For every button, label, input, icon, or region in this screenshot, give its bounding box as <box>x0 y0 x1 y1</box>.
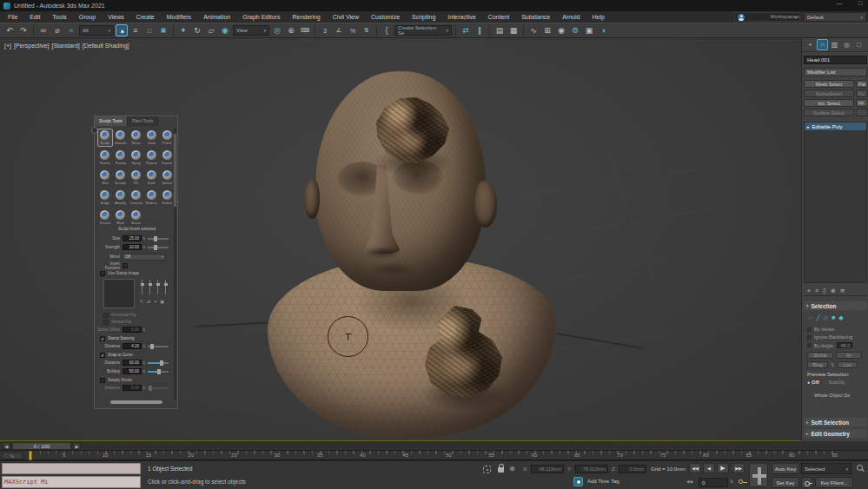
by-angle-checkbox[interactable] <box>807 343 812 347</box>
ring-button[interactable]: Ring <box>807 361 828 368</box>
angle-snap-icon[interactable]: ∠ <box>333 24 345 36</box>
vertical-flip-checkbox[interactable] <box>103 320 109 325</box>
reference-coordinate-dropdown[interactable]: View ▾ <box>233 25 269 36</box>
brush-button[interactable]: Amplify <box>113 188 129 207</box>
rectangular-selection-region-icon[interactable]: □ <box>143 24 156 36</box>
brush-button[interactable]: Soften <box>159 188 175 207</box>
brush-button[interactable]: Repeat <box>143 149 159 167</box>
time-slider-handle[interactable] <box>29 451 32 460</box>
menu-item[interactable]: File <box>2 11 23 23</box>
strength-spinner[interactable]: ⇅ <box>142 245 145 249</box>
modifier-set-button-clipped[interactable] <box>856 109 868 116</box>
go-to-end-button[interactable]: ▶▶ <box>732 463 745 473</box>
brush-button[interactable]: Smooth <box>113 129 129 147</box>
grow-button[interactable]: Gr <box>836 352 862 359</box>
previous-key-button[interactable]: ◀ <box>703 463 715 473</box>
selection-set-dropdown[interactable]: Selected ▾ <box>801 463 851 474</box>
remove-modifier-icon[interactable]: ⊗ <box>831 287 836 294</box>
workspace-dropdown[interactable]: Default ▾ <box>804 12 866 22</box>
select-object-icon[interactable]: ▲ <box>116 24 128 36</box>
size-slider[interactable] <box>148 238 169 240</box>
spinner-snap-icon[interactable]: ⇅ <box>361 24 373 36</box>
selection-lock-icon[interactable] <box>498 467 504 472</box>
by-angle-value[interactable]: 45.0 <box>837 342 852 348</box>
stamp-flip-icon[interactable]: ⇄ <box>147 299 150 304</box>
viewport-menu-general[interactable]: [+] <box>4 43 11 49</box>
menu-item[interactable]: Content <box>482 11 516 23</box>
time-tag-icon[interactable] <box>573 477 583 486</box>
use-stamp-image-checkbox[interactable] <box>100 271 105 276</box>
stamp-offset-value[interactable]: 0.00 <box>123 327 142 333</box>
menu-item[interactable]: Graph Editors <box>236 11 286 23</box>
snap-distance-slider[interactable] <box>148 362 169 364</box>
stamp-spacing-checkbox[interactable]: ✓ <box>100 336 105 341</box>
brush-button[interactable]: Bulge <box>97 188 113 207</box>
strength-value-field[interactable]: 10.00 <box>123 244 142 250</box>
brush-button[interactable]: Imprint <box>159 149 175 167</box>
make-unique-icon[interactable]: ▯ <box>823 287 826 294</box>
tab-hierarchy-icon[interactable]: ▥ <box>829 39 840 50</box>
modifier-set-button-clipped[interactable]: Pat <box>856 80 868 88</box>
loop-button[interactable]: Loo <box>837 361 858 368</box>
viewport-menu-pov[interactable]: [Perspective] <box>14 43 49 49</box>
stamp-preview-box[interactable] <box>103 279 135 308</box>
brush-button[interactable]: Contrast <box>129 188 144 207</box>
stamp-slider-4[interactable] <box>165 280 166 294</box>
buildup-value[interactable]: 50.00 <box>123 368 142 374</box>
restore-button[interactable]: □ <box>854 0 866 6</box>
unlink-selection-icon[interactable]: ⌀ <box>51 24 63 36</box>
previous-frame-button[interactable]: ◀ <box>3 442 10 450</box>
buildup-slider[interactable] <box>148 371 169 373</box>
rollout-soft-selection[interactable]: ▸ Soft Selection <box>804 418 867 426</box>
frame-display[interactable]: 0 / 100 <box>12 442 71 450</box>
menu-item[interactable]: Group <box>73 11 102 23</box>
frame-step-icons[interactable]: ◀ ▶ <box>686 479 693 484</box>
ignore-backfacing-checkbox[interactable] <box>807 335 812 340</box>
scene-explorer-icon[interactable]: ▦ <box>507 24 520 36</box>
time-slider-bar[interactable]: ◀ 0 / 100 ▶ <box>0 441 868 451</box>
modifier-stack-list[interactable]: ▸ Editable Poly <box>804 122 867 283</box>
z-coordinate-field[interactable]: 0.0mm <box>619 465 646 473</box>
viewport-menu-standard[interactable]: [Standard] <box>51 43 79 49</box>
set-keys-button[interactable] <box>749 463 768 487</box>
size-spinner[interactable]: ⇅ <box>142 236 145 241</box>
menu-item[interactable]: Customize <box>365 11 406 23</box>
mirror-dropdown[interactable]: Off▾ <box>123 254 166 261</box>
menu-item[interactable]: Substance <box>515 11 556 23</box>
menu-item[interactable]: Arnold <box>556 11 586 23</box>
polygon-subobject-icon[interactable]: ■ <box>832 314 835 321</box>
mini-curve-editor-button[interactable]: ∿ <box>2 452 23 459</box>
macro-recorder-pane[interactable] <box>2 463 141 474</box>
element-subobject-icon[interactable]: ◆ <box>838 314 843 321</box>
object-name-field[interactable]: Head 001 <box>804 56 867 64</box>
pin-stack-icon[interactable]: ⌖ <box>807 287 811 294</box>
zoom-viewport-icon[interactable] <box>857 465 863 471</box>
steady-distance-slider[interactable] <box>148 387 169 389</box>
steady-distance-spinner[interactable]: ⇅ <box>142 386 145 390</box>
brush-button[interactable]: Knife <box>143 169 159 187</box>
mirror-icon[interactable]: ⇄ <box>460 24 472 36</box>
brush-button[interactable]: Wax <box>97 169 113 187</box>
menu-item[interactable]: Rendering <box>286 11 326 23</box>
horizontal-flip-checkbox[interactable] <box>103 313 109 318</box>
menu-item[interactable]: Tools <box>46 11 72 23</box>
create-key-icon[interactable] <box>739 479 743 484</box>
brush-button[interactable]: Scrape <box>113 169 129 187</box>
minimize-button[interactable]: — <box>833 0 845 6</box>
select-and-manipulate-icon[interactable]: ⊕ <box>285 24 297 36</box>
menu-item[interactable]: Edit <box>23 11 46 23</box>
tab-sculpt-tools[interactable]: Sculpt Tools <box>95 116 128 126</box>
strength-slider[interactable] <box>148 247 169 248</box>
render-setup-icon[interactable]: ⚙ <box>569 24 581 36</box>
rollout-edit-geometry[interactable]: ▸ Edit Geometry <box>804 429 867 438</box>
brush-button[interactable]: Reduce <box>143 188 159 207</box>
transform-snap-icon[interactable]: ⊕ <box>509 465 515 472</box>
schematic-view-icon[interactable]: ⊞ <box>541 24 553 36</box>
current-frame-field[interactable]: 0 <box>699 478 728 487</box>
tab-modify-icon[interactable]: ∩ <box>817 39 828 50</box>
brush-button[interactable]: Smear <box>159 169 175 187</box>
tab-create-icon[interactable]: + <box>805 39 816 50</box>
stack-expand-icon[interactable]: ▸ <box>807 124 810 129</box>
brush-button[interactable]: Spray <box>129 149 144 167</box>
preview-subobj-radio[interactable]: ○ <box>825 380 827 385</box>
